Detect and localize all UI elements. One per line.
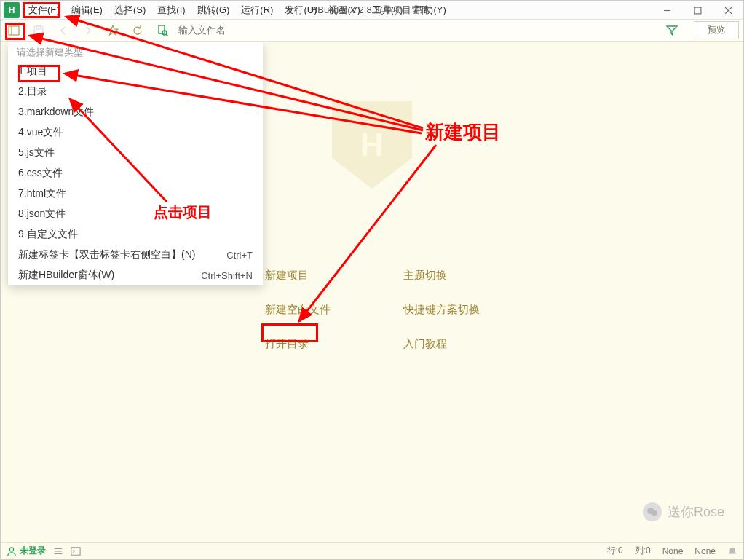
menu-edit[interactable]: 编辑(E) <box>66 1 108 19</box>
svg-rect-1 <box>694 7 701 14</box>
popup-item-label: 7.html文件 <box>18 187 66 200</box>
menu-file[interactable]: 文件(F) <box>23 1 66 19</box>
svg-point-14 <box>9 547 13 551</box>
popup-item-new-tab[interactable]: 新建标签卡【双击标签卡右侧空白】(N) Ctrl+T <box>8 245 263 265</box>
quick-links: 新建项目 主题切换 新建空白文件 快捷键方案切换 打开目录 入门教程 <box>265 269 480 351</box>
menu-label: 查找(I) <box>157 4 185 17</box>
minimize-button[interactable] <box>652 1 682 20</box>
popup-shortcut: Ctrl+T <box>226 250 253 261</box>
save-icon[interactable] <box>30 22 47 39</box>
search-file-icon[interactable] <box>154 22 171 39</box>
svg-marker-7 <box>108 25 118 35</box>
popup-item-label: 6.css文件 <box>18 167 63 180</box>
app-window: H 文件(F) 编辑(E) 选择(S) 查找(I) 跳转(G) 运行(R) 发行… <box>0 0 744 560</box>
popup-item-project[interactable]: 1.项目 <box>8 61 263 82</box>
wechat-icon <box>643 502 662 521</box>
popup-item-markdown[interactable]: 3.markdown文件 <box>8 102 263 122</box>
svg-marker-11 <box>667 26 677 35</box>
close-button[interactable] <box>713 1 743 20</box>
svg-rect-18 <box>71 547 80 555</box>
list-icon[interactable] <box>53 546 63 556</box>
popup-item-html[interactable]: 7.html文件 <box>8 184 263 204</box>
main-area: H 新建项目 主题切换 新建空白文件 快捷键方案切换 打开目录 入门教程 请选择… <box>1 42 743 542</box>
popup-item-js[interactable]: 5.js文件 <box>8 143 263 163</box>
app-logo-icon: H <box>4 2 20 18</box>
popup-item-label: 8.json文件 <box>18 208 66 221</box>
titlebar: H 文件(F) 编辑(E) 选择(S) 查找(I) 跳转(G) 运行(R) 发行… <box>1 1 743 20</box>
menu-select[interactable]: 选择(S) <box>108 1 151 19</box>
logo-letter: H <box>360 127 384 163</box>
svg-rect-4 <box>9 26 19 35</box>
statusbar: 未登录 行:0 列:0 None None <box>1 542 743 559</box>
popup-item-label: 1.项目 <box>18 65 47 78</box>
forward-icon[interactable] <box>79 22 97 39</box>
status-login-text: 未登录 <box>20 545 46 557</box>
popup-item-custom[interactable]: 9.自定义文件 <box>8 224 263 245</box>
menu-find[interactable]: 查找(I) <box>151 1 191 19</box>
bell-icon[interactable] <box>727 546 737 556</box>
menu-goto[interactable]: 跳转(G) <box>191 1 236 19</box>
link-theme-switch[interactable]: 主题切换 <box>403 269 480 283</box>
popup-shortcut: Ctrl+Shift+N <box>201 270 253 281</box>
popup-item-new-window[interactable]: 新建HBuilder窗体(W) Ctrl+Shift+N <box>8 265 263 285</box>
watermark: 送你Rose <box>643 502 724 521</box>
watermark-text: 送你Rose <box>668 503 724 521</box>
filename-search[interactable] <box>178 25 656 36</box>
popup-item-label: 新建标签卡【双击标签卡右侧空白】(N) <box>18 248 195 261</box>
menu-label: 编辑(E) <box>71 4 103 17</box>
menu-label: 运行(R) <box>241 4 273 17</box>
menu-label: 跳转(G) <box>197 4 230 17</box>
system-buttons <box>652 1 743 20</box>
link-new-blank-file[interactable]: 新建空白文件 <box>265 303 331 317</box>
status-encoding[interactable]: None <box>694 546 716 556</box>
filter-icon[interactable] <box>663 22 681 39</box>
status-login[interactable]: 未登录 <box>7 545 46 557</box>
popup-item-vue[interactable]: 4.vue文件 <box>8 122 263 143</box>
link-tutorial[interactable]: 入门教程 <box>403 337 480 351</box>
hbuilder-logo-icon: H <box>332 101 412 189</box>
svg-point-13 <box>652 510 657 516</box>
preview-button[interactable]: 预览 <box>694 21 739 39</box>
filename-search-input[interactable] <box>178 25 656 36</box>
user-icon <box>7 546 17 556</box>
status-syntax[interactable]: None <box>662 546 684 556</box>
svg-rect-8 <box>159 25 165 33</box>
link-new-project[interactable]: 新建项目 <box>265 269 331 283</box>
new-item-popup: 请选择新建类型 1.项目 2.目录 3.markdown文件 4.vue文件 5… <box>8 42 263 285</box>
star-icon[interactable] <box>104 22 122 39</box>
popup-item-label: 5.js文件 <box>18 146 55 159</box>
terminal-icon[interactable] <box>71 546 81 556</box>
popup-item-label: 2.目录 <box>18 85 47 98</box>
link-shortcut-scheme[interactable]: 快捷键方案切换 <box>403 303 480 317</box>
status-row: 行:0 <box>607 545 623 557</box>
popup-item-label: 4.vue文件 <box>18 126 63 139</box>
menu-label: 选择(S) <box>114 4 146 17</box>
popup-item-label: 3.markdown文件 <box>18 106 94 119</box>
back-icon[interactable] <box>55 22 72 39</box>
panel-toggle-icon[interactable] <box>5 22 23 39</box>
svg-rect-6 <box>36 26 41 29</box>
refresh-icon[interactable] <box>129 22 146 39</box>
window-title: HBuilder X 2.8.3(单项目窗体) <box>311 4 433 17</box>
svg-line-10 <box>166 34 168 36</box>
popup-item-dir[interactable]: 2.目录 <box>8 82 263 102</box>
popup-item-label: 9.自定义文件 <box>18 228 78 241</box>
menu-run[interactable]: 运行(R) <box>235 1 279 19</box>
popup-item-json[interactable]: 8.json文件 <box>8 204 263 224</box>
popup-item-css[interactable]: 6.css文件 <box>8 163 263 184</box>
toolbar: 预览 <box>1 20 743 42</box>
status-col: 列:0 <box>635 545 651 557</box>
popup-item-label: 新建HBuilder窗体(W) <box>18 269 114 282</box>
maximize-button[interactable] <box>682 1 713 20</box>
link-open-dir[interactable]: 打开目录 <box>265 337 331 351</box>
menu-label: 文件(F) <box>28 4 60 17</box>
popup-header: 请选择新建类型 <box>8 42 263 61</box>
